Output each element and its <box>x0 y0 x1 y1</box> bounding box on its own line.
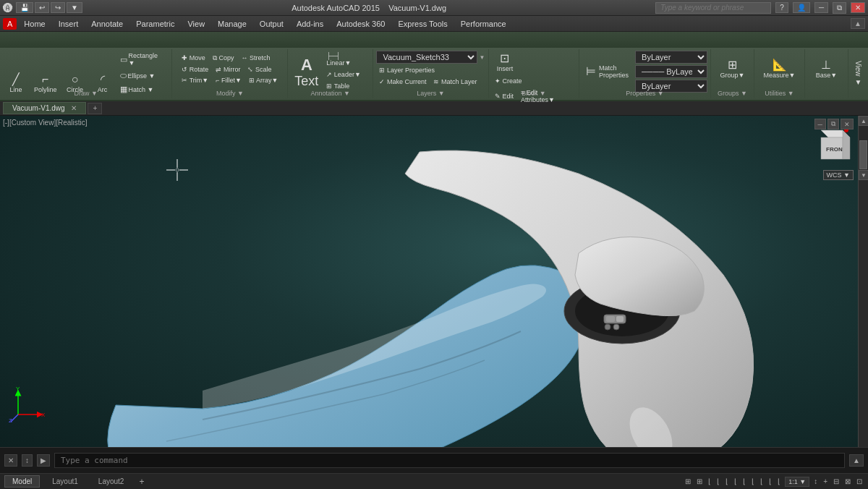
osnap-icon[interactable]: ⌊ <box>724 477 730 485</box>
grid-icon[interactable]: ⊞ <box>684 477 692 485</box>
rectangle-button[interactable]: ▭ Rectangle ▼ <box>117 51 169 68</box>
fillet-button[interactable]: ⌐ Fillet▼ <box>213 75 244 85</box>
menu-autodesk360[interactable]: Autodesk 360 <box>331 18 391 30</box>
quick-btn-2[interactable]: ↩ <box>35 2 49 13</box>
quick-btn-arrow[interactable]: ▼ <box>67 2 82 13</box>
properties-label: Properties ▼ <box>579 90 710 97</box>
lweight-icon[interactable]: ⌊ <box>759 477 765 485</box>
ellipse-button[interactable]: ⬭ Ellipse ▼ <box>117 69 169 82</box>
help-button[interactable]: ? <box>775 2 788 13</box>
settings[interactable]: ⊡ <box>855 477 864 485</box>
svg-point-12 <box>613 324 619 330</box>
text-button[interactable]: A Text <box>291 55 322 91</box>
ribbon-toggle[interactable]: ▲ <box>851 18 865 29</box>
linear-button[interactable]: ├─┤ Linear▼ <box>323 51 370 68</box>
copy-button[interactable]: ⧉ Copy <box>210 53 237 64</box>
layout1-tab[interactable]: Layout1 <box>44 475 86 488</box>
zoom-in[interactable]: + <box>822 477 829 485</box>
stretch-button[interactable]: ↔ Stretch <box>238 53 273 64</box>
minimize-button[interactable]: ─ <box>814 2 828 13</box>
cmd-cancel-button[interactable]: ✕ <box>4 454 17 467</box>
menu-annotate[interactable]: Annotate <box>85 18 129 30</box>
ellipse-icon: ⬭ <box>120 71 127 80</box>
menu-manage[interactable]: Manage <box>212 18 252 30</box>
layout2-tab[interactable]: Layout2 <box>90 475 132 488</box>
group-button[interactable]: ⊞ Group▼ <box>717 57 749 81</box>
scroll-up-button[interactable]: ▲ <box>859 116 868 126</box>
ducs-icon[interactable]: ⌊ <box>741 477 747 485</box>
dyn-icon[interactable]: ⌊ <box>750 477 756 485</box>
search-input[interactable] <box>655 2 771 14</box>
scroll-thumb[interactable] <box>859 140 867 169</box>
ribbon-group-groups: ⊞ Group▼ Groups ▼ <box>711 49 754 98</box>
ortho-icon[interactable]: ⌊ <box>707 477 712 485</box>
menu-insert[interactable]: Insert <box>53 18 85 30</box>
utilities-label: Utilities ▼ <box>754 90 804 97</box>
view-button[interactable]: View ▼ <box>851 59 865 88</box>
menu-output[interactable]: Output <box>254 18 289 30</box>
quick-btn-3[interactable]: ↪ <box>51 2 65 13</box>
svg-rect-9 <box>606 316 615 322</box>
restore-button[interactable]: ⧉ <box>833 2 846 14</box>
quick-btn-1[interactable]: 💾 <box>16 2 33 13</box>
viewport-container: [-][Custom View][Realistic] ─ ⧉ ✕ <box>0 116 868 447</box>
login-button[interactable]: 👤 <box>793 2 810 13</box>
workspace[interactable]: ⊠ <box>843 477 852 485</box>
linetype-dropdown[interactable]: ──── ByLayer <box>635 65 707 78</box>
leader-button[interactable]: ↗ Leader▼ <box>323 69 370 80</box>
snap-icon[interactable]: ⊞ <box>695 477 704 485</box>
array-button[interactable]: ⊞ Array▼ <box>246 75 281 85</box>
otrack-icon[interactable]: ⌊ <box>733 477 739 485</box>
scale-button[interactable]: ⤡ Scale <box>244 64 274 75</box>
cmd-arrow-button[interactable]: ▶ <box>37 454 50 467</box>
measure-button[interactable]: 📐 Measure▼ <box>760 57 799 81</box>
ribbon-group-utilities: 📐 Measure▼ Utilities ▼ <box>754 49 805 98</box>
command-input[interactable] <box>54 453 845 468</box>
viewport-minimize[interactable]: ─ <box>814 119 826 129</box>
match-properties-button[interactable]: ⊨ MatchProperties <box>582 62 632 81</box>
polar-icon[interactable]: ⌊ <box>715 477 721 485</box>
menu-addins[interactable]: Add-ins <box>291 18 329 30</box>
create-button[interactable]: ✦ Create <box>492 76 525 86</box>
move-button[interactable]: ✚ Move <box>179 53 208 64</box>
menu-home[interactable]: Home <box>18 18 51 30</box>
menu-view[interactable]: View <box>182 18 210 30</box>
match-layer-button[interactable]: ≋ Match Layer <box>430 77 480 87</box>
layer-properties-button[interactable]: ⊞ Layer Properties <box>376 65 438 75</box>
viewport-restore[interactable]: ⧉ <box>827 119 839 129</box>
base-button[interactable]: ⊥ Base▼ <box>812 57 841 81</box>
rotate-button[interactable]: ↺ Rotate <box>179 64 211 75</box>
scroll-down-button[interactable]: ▼ <box>859 170 868 180</box>
model-tab[interactable]: Model <box>4 475 40 488</box>
cmd-toggle-button[interactable]: ↕ <box>22 454 33 467</box>
add-layout-button[interactable]: + <box>136 477 147 487</box>
mirror-button[interactable]: ⇌ Mirror <box>213 64 243 75</box>
qp-icon[interactable]: ⌊ <box>776 477 782 485</box>
status-bar: Model Layout1 Layout2 + ⊞ ⊞ ⌊ ⌊ ⌊ ⌊ ⌊ ⌊ … <box>0 473 868 489</box>
app-menu-button[interactable]: A <box>3 18 17 30</box>
zoom-out[interactable]: ⊟ <box>832 477 841 485</box>
cmd-expand-button[interactable]: ▲ <box>849 454 864 467</box>
view-cube[interactable]: FRONT <box>810 123 854 166</box>
insert-button[interactable]: ⊡ Insert <box>492 51 518 75</box>
scale-display[interactable]: 1:1 ▼ <box>785 477 809 487</box>
menu-expresstools[interactable]: Express Tools <box>392 18 453 30</box>
layer-dropdown[interactable]: Vacuum_Sketch33 <box>376 51 477 64</box>
close-button[interactable]: ✕ <box>851 2 865 13</box>
ribbon-group-properties: ⊨ MatchProperties ByLayer ──── ByLayer <box>579 49 711 98</box>
ribbon-content: ╱ Line ⌐ Polyline ○ Circle ◜ <box>0 48 868 100</box>
vacuum-model <box>58 130 781 447</box>
viewport-close[interactable]: ✕ <box>841 119 854 129</box>
annotation-scale[interactable]: ↕ <box>812 477 819 485</box>
make-current-button[interactable]: ✓ Make Current <box>376 77 429 87</box>
view-cube-svg: FRONT <box>810 123 854 166</box>
ribbon-group-block: ⊡ Insert ✦ Create ✎ Edit ≡ Edit Attribut… <box>489 49 579 98</box>
menu-performance[interactable]: Performance <box>455 18 512 30</box>
menu-parametric[interactable]: Parametric <box>130 18 180 30</box>
tpmode-icon[interactable]: ⌊ <box>767 477 773 485</box>
color-dropdown[interactable]: ByLayer <box>635 51 707 64</box>
groups-label: Groups ▼ <box>711 90 754 97</box>
trim-button[interactable]: ✂ Trim▼ <box>179 75 211 85</box>
svg-text:Z: Z <box>9 417 12 424</box>
annotation-label: Annotation ▼ <box>288 90 373 97</box>
